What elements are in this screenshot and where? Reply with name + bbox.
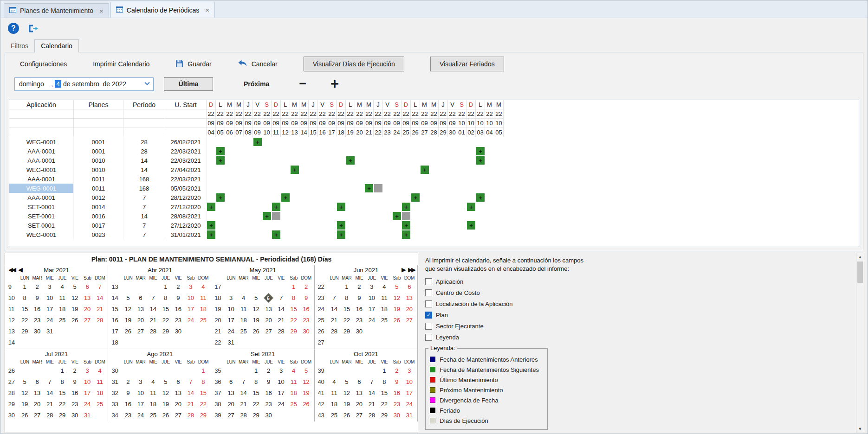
day-cell[interactable] <box>244 156 253 165</box>
day-cell[interactable] <box>355 230 364 239</box>
day-cell[interactable] <box>318 137 327 147</box>
mini-day[interactable]: 11 <box>287 376 300 387</box>
mini-day[interactable]: 4 <box>378 281 390 292</box>
day-cell[interactable] <box>272 221 281 230</box>
day-cell[interactable] <box>234 221 244 230</box>
mini-day[interactable]: 14 <box>237 387 250 398</box>
print-field-option[interactable]: Leyenda <box>425 332 855 343</box>
day-cell[interactable] <box>281 184 290 193</box>
mini-day[interactable]: 30 <box>172 326 184 337</box>
mini-day[interactable]: 16 <box>262 387 275 398</box>
mini-day[interactable]: 23 <box>390 398 403 409</box>
day-cell[interactable] <box>346 211 355 221</box>
mini-day[interactable] <box>353 365 365 376</box>
mini-day[interactable]: 26 <box>122 326 134 337</box>
mini-day[interactable]: 24 <box>365 314 378 326</box>
maintenance-day-cell[interactable]: + <box>402 202 411 211</box>
mini-day[interactable]: 26 <box>19 409 31 421</box>
day-cell[interactable] <box>262 230 272 239</box>
day-cell[interactable] <box>494 230 504 239</box>
close-icon[interactable]: × <box>205 6 209 13</box>
maintenance-day-cell[interactable]: + <box>402 230 411 239</box>
day-cell[interactable] <box>355 193 364 202</box>
day-cell[interactable] <box>253 156 262 165</box>
day-cell[interactable] <box>429 174 439 184</box>
mini-day[interactable]: 28 <box>184 409 197 421</box>
mini-day[interactable]: 18 <box>56 303 69 314</box>
day-cell[interactable] <box>429 184 439 193</box>
maintenance-day-cell[interactable]: + <box>346 156 355 165</box>
day-cell[interactable] <box>448 193 457 202</box>
mini-day[interactable]: 25 <box>287 398 300 409</box>
mini-day[interactable]: 27 <box>81 314 94 326</box>
mini-day[interactable] <box>94 409 106 421</box>
day-cell[interactable] <box>318 211 327 221</box>
ustart-cell[interactable]: 27/12/2020 <box>165 221 207 230</box>
period-cell[interactable]: 168 <box>123 184 165 193</box>
day-cell[interactable] <box>420 184 429 193</box>
day-cell[interactable] <box>411 147 420 156</box>
mini-day[interactable]: 2 <box>122 376 134 387</box>
mini-day[interactable] <box>81 337 94 348</box>
mini-day[interactable]: 19 <box>390 303 403 314</box>
guardar-button[interactable]: Guardar <box>175 59 211 69</box>
day-cell[interactable] <box>466 137 476 147</box>
mini-day[interactable]: 10 <box>403 376 415 387</box>
date-combobox[interactable]: domingo , 4 de setembro de 2022 <box>14 77 154 91</box>
day-cell[interactable] <box>420 156 429 165</box>
mini-day[interactable] <box>250 337 262 348</box>
day-cell[interactable] <box>234 137 244 147</box>
mini-day[interactable]: 24 <box>81 398 94 409</box>
mini-day[interactable]: 19 <box>159 398 172 409</box>
day-cell[interactable] <box>309 221 318 230</box>
mini-day[interactable]: 22 <box>159 314 172 326</box>
day-cell[interactable] <box>392 184 402 193</box>
mini-day[interactable]: 10 <box>275 376 287 387</box>
mini-day[interactable]: 29 <box>56 409 69 421</box>
day-cell[interactable] <box>420 193 429 202</box>
day-cell[interactable] <box>299 137 309 147</box>
column-header[interactable]: Aplicación <box>9 100 74 109</box>
day-cell[interactable] <box>392 147 402 156</box>
day-cell[interactable] <box>225 137 234 147</box>
day-cell[interactable] <box>318 230 327 239</box>
mini-day[interactable]: 1 <box>159 281 172 292</box>
mini-day[interactable]: 3 <box>403 365 415 376</box>
last-page-icon[interactable]: ▶▶ <box>408 266 415 273</box>
period-cell[interactable]: 168 <box>123 174 165 184</box>
mini-day[interactable]: 8 <box>340 292 353 303</box>
mini-day[interactable]: 20 <box>225 398 237 409</box>
day-cell[interactable] <box>439 156 448 165</box>
day-cell[interactable] <box>466 193 476 202</box>
mini-day[interactable]: 10 <box>44 292 56 303</box>
mini-day[interactable]: 29 <box>197 409 209 421</box>
mini-day[interactable] <box>147 365 159 376</box>
mini-day[interactable]: 8 <box>19 292 31 303</box>
day-cell[interactable] <box>364 156 374 165</box>
checkbox-unchecked[interactable] <box>425 300 432 307</box>
day-cell[interactable] <box>290 230 299 239</box>
day-cell[interactable] <box>244 165 253 174</box>
maintenance-day-cell[interactable]: + <box>253 137 262 147</box>
day-cell[interactable] <box>216 202 225 211</box>
day-cell[interactable] <box>272 184 281 193</box>
first-page-icon[interactable]: ◀◀ <box>8 266 15 273</box>
mini-day[interactable]: 27 <box>403 314 415 326</box>
day-cell[interactable] <box>290 202 299 211</box>
day-cell[interactable] <box>309 156 318 165</box>
plan-cell[interactable]: 0023 <box>74 230 123 239</box>
mini-day[interactable]: 25 <box>147 409 159 421</box>
day-cell[interactable] <box>457 165 466 174</box>
period-cell[interactable]: 7 <box>123 230 165 239</box>
day-cell[interactable] <box>207 174 216 184</box>
day-cell[interactable] <box>262 147 272 156</box>
mini-day[interactable]: 1 <box>197 365 209 376</box>
mini-day[interactable] <box>172 337 184 348</box>
mini-day[interactable]: 22 <box>287 314 300 326</box>
mini-day[interactable]: 9 <box>31 292 44 303</box>
checkbox-unchecked[interactable] <box>425 334 432 341</box>
day-cell[interactable] <box>476 165 485 174</box>
day-cell[interactable] <box>494 165 504 174</box>
mini-day[interactable]: 26 <box>300 398 312 409</box>
mini-day[interactable]: 29 <box>250 409 262 421</box>
